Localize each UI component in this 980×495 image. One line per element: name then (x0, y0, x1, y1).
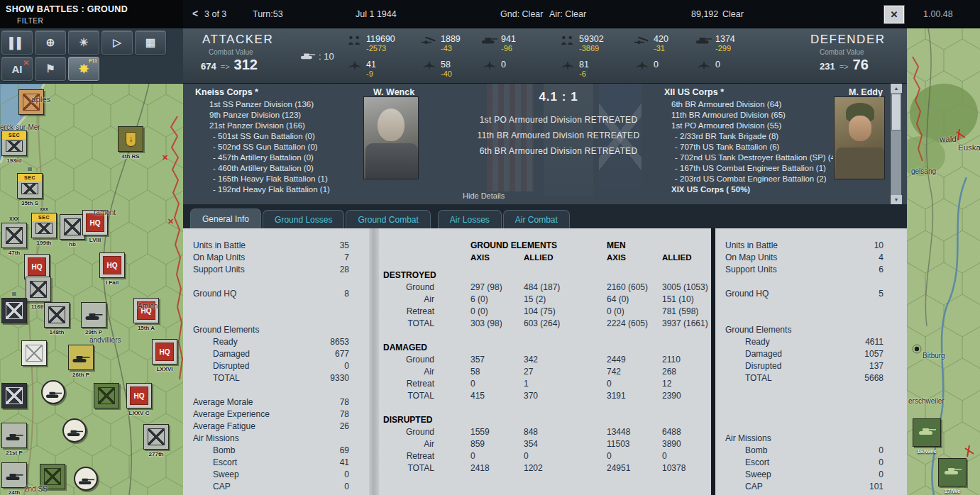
unit-counter[interactable]: HQXXXXVI (24, 254, 50, 279)
defender-summary-label: TOTAL (725, 372, 772, 384)
defender-summary-label: Ready (725, 336, 770, 348)
attacker-unit-item[interactable]: - 165th Heavy Flak Battalion (1) (186, 174, 363, 184)
map-toolbar: ▌▌⊕☀▷▦ AI✕⚑✸F11 (0, 28, 183, 84)
scroll-down-button[interactable]: ▼ (891, 195, 902, 204)
unit-counter[interactable] (74, 467, 98, 491)
defender-unit-item[interactable]: - 702nd US Tank Destroyer Battalion (SP)… (657, 152, 833, 163)
toolbar-row-2: AI✕⚑✸F11 (1, 57, 99, 81)
move-mode-flag-button[interactable]: ⚑ (35, 57, 66, 81)
defender-unit-item[interactable]: XIX US Corps ( 50%) (657, 184, 833, 195)
jump-crosshair-button[interactable]: ⊕ (35, 30, 66, 55)
defender-unit-item[interactable]: - 167th US Combat Engineer Battalion (1) (657, 163, 833, 174)
scroll-up-button[interactable]: ▲ (891, 84, 902, 93)
filter-toggle[interactable]: FILTER (17, 17, 43, 25)
unit-counter[interactable]: SEC193rd (1, 130, 27, 156)
tab-ground-combat[interactable]: Ground Combat (346, 210, 430, 228)
attacker-unit-item[interactable]: - 502nd SS Gun Battalion (0) (186, 142, 363, 152)
unit-size-badge: III (28, 167, 32, 172)
prev-battle-button[interactable]: < (189, 8, 202, 21)
unit-counter[interactable]: 116th (26, 277, 51, 302)
unit-counter[interactable]: HQLVIII (82, 210, 108, 235)
attacker-unit-item[interactable]: - 457th Artillery Battalion (0) (186, 152, 363, 163)
attacker-summary-row: Average Morale78 (193, 396, 349, 408)
unit-counter[interactable]: HQLXXV C (126, 383, 152, 408)
combat-header: ATTACKER Combat Value 674=>312 : 10 1196… (183, 28, 907, 84)
stack-columns-icon: ▌▌ (2, 31, 32, 54)
spacer (383, 402, 711, 414)
unit-counter[interactable]: 21st P (1, 423, 27, 448)
unit-list-scrollbar[interactable]: ▲ ▼ (890, 84, 901, 204)
unit-counter[interactable]: 277th (143, 424, 169, 450)
attacker-summary-label: Ground Elements (193, 324, 259, 336)
unit-counter[interactable]: hb (60, 214, 85, 240)
row-label: Ground (383, 426, 470, 438)
close-button[interactable]: ✕ (884, 6, 904, 23)
unit-counter[interactable]: 17/We (938, 458, 967, 486)
tab-general-info[interactable]: General Info (190, 208, 261, 228)
stack-columns-button[interactable]: ▌▌ (1, 30, 33, 55)
cell-value: 0 (607, 450, 662, 462)
defender-unit-item[interactable]: - 2/33rd BR Tank Brigade (8) (657, 131, 833, 142)
ai-assist-button[interactable]: AI✕ (1, 57, 33, 81)
unit-counter[interactable] (1, 383, 27, 408)
hide-details-link[interactable]: Hide Details (463, 191, 505, 200)
fighter-icon (481, 60, 498, 73)
attacker-corps-name[interactable]: Kneiss Corps * (195, 87, 258, 97)
unit-counter[interactable]: HQ15th A (133, 298, 159, 323)
defender-summary-value: 0 (879, 457, 883, 469)
unit-counter[interactable]: HQI Fall (99, 252, 125, 278)
tab-air-losses[interactable]: Air Losses (438, 210, 502, 228)
tab-air-combat[interactable]: Air Combat (503, 210, 570, 228)
unit-counter[interactable]: 148th (44, 302, 70, 328)
unit-counter[interactable] (18, 89, 44, 115)
defender-unit-item[interactable]: 1st PO Armoured Division (55) (657, 121, 833, 131)
city-view-button[interactable]: ▦ (135, 30, 166, 55)
unit-counter[interactable]: 16/Wes (913, 418, 941, 447)
unit-counter[interactable]: SECxxx199th (31, 213, 57, 238)
map-west[interactable]: apleserck-sur-MerramontAmienandvilliers2… (0, 84, 183, 495)
attacker-unit-item[interactable]: - 501st SS Gun Battalion (0) (186, 131, 363, 142)
resolve-play-button[interactable]: ▷ (101, 30, 133, 55)
unit-counter[interactable] (41, 380, 65, 404)
unit-counter[interactable] (21, 340, 47, 366)
spacer (383, 252, 470, 264)
unit-counter[interactable]: III (1, 298, 27, 323)
attacker-unit-item[interactable]: 1st SS Panzer Division (136) (186, 99, 363, 110)
unit-counter[interactable]: SECIII35th S (17, 173, 43, 199)
unit-counter[interactable]: 29th P (81, 302, 106, 328)
attacker-stat: 119690-2573 (346, 34, 420, 58)
battle-page-indicator: 3 of 3 (204, 9, 226, 19)
attacker-unit-item[interactable]: - 192nd Heavy Flak Battalion (1) (186, 184, 363, 195)
attacker-summary-row: Escort41 (193, 457, 349, 469)
defender-summary-row: Air Missions (725, 433, 883, 445)
defender-summary-row: Escort0 (725, 457, 883, 469)
defender-corps-name[interactable]: XII US Corps * (664, 87, 724, 97)
weather-sun-button[interactable]: ☀ (68, 30, 99, 55)
unit-counter[interactable] (40, 464, 65, 489)
attacker-unit-item[interactable]: 9th Panzer Division (123) (186, 110, 363, 121)
hq-symbol: HQ (130, 386, 148, 405)
tab-ground-losses[interactable]: Ground Losses (263, 210, 344, 228)
unit-counter[interactable] (94, 383, 119, 408)
defender-unit-item[interactable]: - 707th US Tank Battalion (6) (657, 142, 833, 152)
infantry-cross-icon (6, 227, 23, 244)
attacker-unit-item[interactable]: 21st Panzer Division (166) (186, 121, 363, 131)
infantry-cross-icon (6, 302, 23, 319)
move-mode-flag-icon: ⚑ (35, 57, 65, 80)
defender-unit-item[interactable]: - 203rd US Combat Engineer Battalion (2) (657, 174, 833, 184)
unit-counter[interactable] (62, 418, 87, 443)
defender-unit-item[interactable]: 6th BR Armoured Division (64) (657, 99, 833, 110)
cell-value: 357 (470, 354, 524, 366)
attacker-unit-item[interactable]: - 460th Artillery Battalion (0) (186, 163, 363, 174)
scrollbar-thumb[interactable] (891, 94, 901, 130)
unit-counter[interactable]: 26th P (68, 345, 94, 370)
fighter-icon (559, 60, 576, 73)
show-battles-explosion-button[interactable]: ✸F11 (68, 57, 99, 81)
map-east[interactable]: waldEuskagelsangBitburgerschweiler16/Wes… (907, 28, 980, 495)
unit-counter[interactable]: ↓4th RS (118, 126, 143, 152)
unit-counter[interactable]: XXX47th (1, 223, 27, 248)
unit-counter[interactable]: HQLXXVI (152, 339, 177, 365)
unit-counter[interactable]: 24th (1, 462, 27, 488)
cell-value: 2110 (662, 354, 711, 366)
defender-unit-item[interactable]: 11th BR Armoured Division (65) (657, 110, 833, 121)
